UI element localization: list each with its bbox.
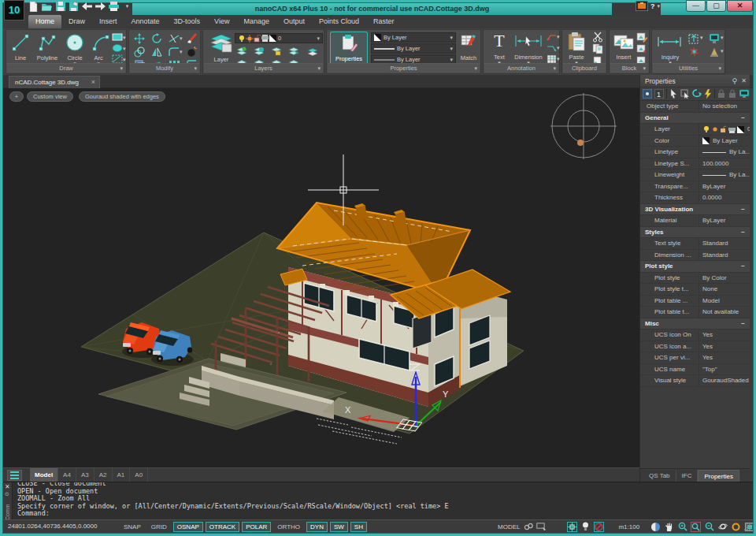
layout-tab-a4[interactable]: A4 (58, 468, 76, 482)
help-dropdown-icon[interactable]: ▾ (657, 3, 660, 9)
mleader-dropdown-icon[interactable]: ▾ (557, 45, 560, 50)
layers-big-label[interactable]: Layer (206, 56, 236, 63)
ellipse-dropdown-icon[interactable]: ▾ (123, 46, 126, 51)
properties-panel-header[interactable]: Properties ⚲ ✕ (640, 75, 750, 87)
ribbon-tab-home[interactable]: Home (28, 15, 61, 28)
layout-tab-a3[interactable]: A3 (76, 468, 94, 482)
property-row-ucs-icon-on[interactable]: UCS icon OnYes (640, 329, 750, 341)
insert-block-icon[interactable] (613, 32, 634, 52)
prop-lock1-icon[interactable] (717, 89, 726, 99)
annotation-monitor-icon[interactable] (536, 522, 547, 532)
resize-grip[interactable] (743, 523, 751, 531)
layers-big-icon[interactable] (209, 33, 233, 54)
rotate-tool-icon[interactable] (151, 33, 162, 44)
property-row-lineweight[interactable]: LineweightBy La... (640, 169, 750, 181)
toggle-snap[interactable]: SNAP (120, 522, 145, 532)
polyline-tool-icon[interactable] (38, 33, 57, 52)
property-row-plot-table-t-[interactable]: Plot table t...Not available (640, 307, 750, 318)
move-tool-icon[interactable] (134, 33, 145, 44)
table-dropdown-icon[interactable]: ▾ (557, 56, 560, 61)
modify-panel-caption[interactable]: Modify▾ (130, 63, 199, 73)
prop-cursor-box-icon[interactable] (680, 89, 690, 99)
copy-clip-icon[interactable] (592, 43, 603, 54)
command-prompt[interactable]: Command: (17, 509, 50, 517)
property-group-general[interactable]: General− (640, 113, 750, 125)
viewport-add-view-pill[interactable]: + (9, 91, 24, 102)
block-edit-icon[interactable] (636, 32, 647, 43)
match-properties-icon[interactable] (461, 33, 478, 50)
zoom-window-icon[interactable] (691, 522, 701, 532)
toggle-osnap[interactable]: OSNAP (173, 522, 203, 532)
viewport-shading-pill[interactable]: Gouraud shaded with edges (79, 91, 165, 102)
toggle-grid[interactable]: GRID (147, 522, 171, 532)
draw-panel-caption[interactable]: Draw▾ (7, 63, 125, 73)
property-row-plot-table-[interactable]: Plot table ...Model (640, 296, 750, 307)
layout-tab-model[interactable]: Model (30, 468, 58, 482)
ribbon-tab-points-cloud[interactable]: Points Cloud (312, 15, 366, 28)
command-close-icon[interactable]: ✕ (5, 483, 10, 490)
ribbon-tab-view[interactable]: View (207, 15, 236, 28)
fillet-dropdown-icon[interactable]: ▾ (180, 49, 183, 54)
property-row-transpare-[interactable]: Transpare...ByLayer (640, 181, 750, 193)
model-space-label[interactable]: MODEL (498, 523, 520, 530)
property-row-ucs-per-vi-[interactable]: UCS per vi...Yes (640, 352, 750, 364)
fillet-tool-icon[interactable] (169, 47, 180, 58)
viewport-view-pill[interactable]: Custom view (27, 91, 73, 102)
layers-panel-caption[interactable]: Layers▾ (204, 63, 323, 73)
prop-lock2-icon[interactable] (728, 89, 737, 99)
layer-isolate-icon[interactable] (307, 47, 318, 57)
zoom-out-icon[interactable] (704, 522, 714, 532)
toggle-ortho[interactable]: ORTHO (273, 522, 304, 532)
block-attr-icon[interactable] (636, 43, 647, 54)
quick-select-icon[interactable] (688, 46, 700, 58)
close-button[interactable]: ✕ (727, 0, 753, 12)
polyline-tool-label[interactable]: Polyline (32, 54, 63, 61)
lineweight-combo[interactable]: By Layer▾ (371, 43, 456, 54)
toggle-otrack[interactable]: OTRACK (206, 522, 239, 532)
circle-tool-icon[interactable] (65, 32, 85, 53)
property-group-styles[interactable]: Styles− (640, 227, 750, 239)
arc-tool-icon[interactable] (91, 33, 110, 52)
trim-dropdown-icon[interactable]: ▾ (180, 35, 183, 41)
layout-tab-a1[interactable]: A1 (113, 468, 131, 482)
ribbon-tab-raster[interactable]: Raster (366, 15, 402, 28)
match-brush-icon[interactable] (186, 32, 198, 44)
layout-tab-a2[interactable]: A2 (94, 468, 113, 482)
ribbon-tab-insert[interactable]: Insert (92, 15, 124, 28)
save-icon[interactable] (55, 2, 65, 12)
document-tab-close-icon[interactable]: × (91, 76, 95, 88)
layout-tab-a0[interactable]: A0 (130, 468, 148, 482)
prop-lightning-icon[interactable] (704, 89, 712, 99)
panel-tab-properties[interactable]: Properties (698, 470, 739, 482)
point-style-dropdown-icon[interactable]: ▾ (721, 48, 724, 54)
scale-readout[interactable]: m1:100 (618, 523, 639, 530)
layer-new-icon[interactable] (236, 47, 247, 57)
orbit-icon[interactable] (717, 522, 728, 532)
annotation-panel-caption[interactable]: Annotation▾ (484, 63, 558, 73)
layout-menu-button[interactable] (7, 470, 22, 481)
property-group-3d-visualization[interactable]: 3D Visualization− (640, 204, 750, 216)
property-row-color[interactable]: ColorBy Layer (640, 136, 750, 147)
forward-icon[interactable] (95, 2, 106, 12)
property-row-object-type[interactable]: Object typeNo selection (640, 101, 750, 113)
prop-quickselect-icon[interactable]: 1 (654, 89, 664, 99)
mleader-tool-icon[interactable] (547, 43, 557, 53)
command-line-panel[interactable]: ✕ ⊙ Comm CLOSE - Close documentOPEN - Op… (3, 482, 753, 519)
trim-tool-icon[interactable] (169, 33, 180, 44)
cut-tool-icon[interactable] (592, 32, 603, 43)
property-row-visual-style[interactable]: Visual styleGouraudShaded ... (640, 375, 750, 387)
toggle-sw[interactable]: SW (330, 522, 348, 532)
text-tool-icon[interactable]: T (490, 31, 509, 51)
leader-dropdown-icon[interactable]: ▾ (557, 34, 560, 39)
ribbon-tab-output[interactable]: Output (276, 15, 312, 28)
ribbon-tab-annotate[interactable]: Annotate (124, 15, 167, 28)
layer-state-icon[interactable] (288, 47, 299, 57)
color-combo[interactable]: By Layer▾ (371, 32, 456, 43)
dimension-tool-icon[interactable] (515, 35, 542, 47)
line-tool-icon[interactable] (11, 33, 30, 52)
explode-tool-icon[interactable] (186, 46, 198, 58)
insert-block-label[interactable]: Insert (611, 54, 636, 61)
locate-icon[interactable] (731, 522, 741, 532)
prop-cursor-icon[interactable] (669, 89, 678, 99)
rectangle-dropdown-icon[interactable]: ▾ (123, 35, 126, 40)
